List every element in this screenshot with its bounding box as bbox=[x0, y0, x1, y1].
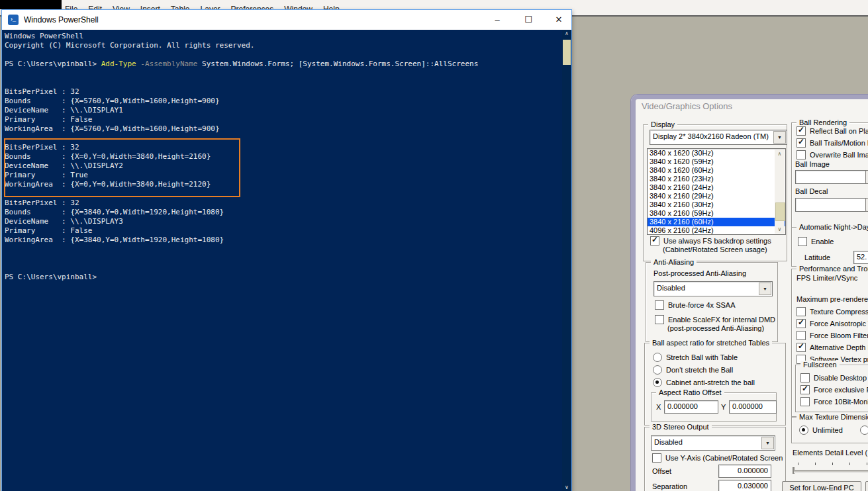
resolution-option[interactable]: 3840 x 2160 (59Hz) bbox=[648, 209, 785, 218]
maximize-button[interactable]: ☐ bbox=[514, 10, 543, 30]
checkbox[interactable] bbox=[796, 138, 806, 148]
checkbox-row: Disable Desktop Composition bbox=[800, 373, 868, 382]
checkbox-row: Ball Trails/Motion Blur bbox=[796, 138, 868, 148]
slider-tick bbox=[798, 463, 798, 465]
night-enable-label: Enable bbox=[811, 237, 834, 246]
checkbox[interactable] bbox=[796, 150, 806, 159]
ball-image-browse-button[interactable]: ... bbox=[865, 170, 868, 184]
resolution-option[interactable]: 3840 x 2160 (30Hz) bbox=[648, 201, 785, 209]
x-label: X bbox=[656, 403, 661, 411]
scroll-up-icon[interactable]: ∧ bbox=[562, 30, 571, 36]
scroll-down-icon[interactable]: ∨ bbox=[562, 484, 571, 490]
ball-image-input[interactable] bbox=[795, 170, 867, 184]
display-adapter-select[interactable]: Display 2* 3840x2160 Radeon (TM) ▼ bbox=[650, 130, 787, 145]
checkbox[interactable] bbox=[796, 343, 806, 352]
ssaa-checkbox[interactable] bbox=[655, 300, 664, 310]
console-line: DeviceName : \\.\DISPLAY3 bbox=[5, 217, 561, 226]
night-enable-checkbox[interactable] bbox=[798, 237, 807, 246]
checkbox[interactable] bbox=[796, 307, 806, 316]
resolution-option[interactable]: 3840 x 1620 (59Hz) bbox=[648, 157, 785, 166]
resolution-option[interactable]: 3840 x 2160 (60Hz) bbox=[648, 218, 785, 226]
powershell-window: ›_ Windows PowerShell – ☐ ✕ Windows Powe… bbox=[1, 9, 572, 491]
console-line bbox=[5, 78, 561, 87]
chevron-down-icon[interactable]: ▼ bbox=[773, 131, 786, 144]
radio-button[interactable] bbox=[653, 353, 662, 362]
chevron-down-icon[interactable]: ▼ bbox=[759, 283, 771, 295]
scrollbar-thumb[interactable] bbox=[775, 202, 785, 221]
radio-button[interactable] bbox=[653, 365, 662, 375]
resolution-option[interactable]: 4096 x 2160 (24Hz) bbox=[648, 226, 785, 235]
console-line: DeviceName : \\.\DISPLAY1 bbox=[5, 106, 561, 115]
scrollbar-thumb[interactable] bbox=[563, 40, 571, 65]
resolution-option[interactable]: 3840 x 2160 (29Hz) bbox=[648, 192, 785, 201]
ball-rendering-checks: Reflect Ball on PlayfieldBall Trails/Mot… bbox=[796, 126, 868, 162]
resolution-listbox[interactable]: 3840 x 1620 (30Hz)3840 x 1620 (59Hz)3840… bbox=[647, 148, 786, 235]
resolution-option[interactable]: 3840 x 2160 (24Hz) bbox=[648, 183, 785, 192]
console-line: Bounds : {X=5760,Y=0,Width=1600,Height=9… bbox=[5, 97, 561, 106]
prerendered-label: Maximum pre-rendered frames bbox=[796, 295, 868, 303]
console-line: Bounds : {X=3840,Y=0,Width=1920,Height=1… bbox=[5, 208, 561, 217]
ball-decal-browse-button[interactable]: ... bbox=[865, 198, 868, 212]
scroll-up-icon[interactable]: ∧ bbox=[775, 151, 785, 157]
checkbox-row: Force exclusive Fullscreen Mode bbox=[800, 385, 868, 394]
chevron-down-icon[interactable]: ▼ bbox=[761, 437, 774, 449]
resolution-option[interactable]: 3840 x 1620 (30Hz) bbox=[648, 149, 785, 157]
checkbox[interactable] bbox=[796, 319, 806, 328]
minimize-button[interactable]: – bbox=[483, 10, 512, 30]
resolution-option[interactable]: 3840 x 1620 (60Hz) bbox=[648, 166, 785, 175]
display-adapter-value: Display 2* 3840x2160 Radeon (TM) bbox=[653, 132, 769, 140]
checkbox[interactable] bbox=[800, 373, 810, 382]
close-button[interactable]: ✕ bbox=[544, 10, 573, 30]
checkbox[interactable] bbox=[796, 331, 806, 340]
powershell-titlebar[interactable]: ›_ Windows PowerShell – ☐ ✕ bbox=[2, 10, 571, 30]
aspect-x-input[interactable]: 0.000000 bbox=[664, 400, 718, 414]
scroll-down-icon[interactable]: ∨ bbox=[775, 226, 785, 232]
radio-button[interactable] bbox=[653, 378, 662, 387]
stereo-select[interactable]: Disabled ▼ bbox=[651, 435, 775, 451]
checkbox-label: Alternative Depth Buffer processing bbox=[810, 343, 868, 352]
checkbox-label: Force Anisotropic Texture Filtering bbox=[810, 319, 868, 328]
anti-aliasing-caption: Anti-Aliasing bbox=[651, 258, 697, 266]
scalefx-label: Enable ScaleFX for internal DMD bbox=[668, 315, 775, 324]
aspect-y-input[interactable]: 0.000000 bbox=[729, 400, 777, 414]
resolution-option[interactable]: 3840 x 2160 (23Hz) bbox=[648, 175, 785, 183]
low-end-defaults-button[interactable]: Set for Low-End PC bbox=[782, 481, 861, 491]
console-line bbox=[5, 50, 561, 60]
radio-row: Unlimited bbox=[799, 425, 843, 435]
post-aa-value: Disabled bbox=[657, 284, 685, 292]
scalefx-checkbox[interactable] bbox=[655, 315, 664, 324]
latitude-input[interactable]: 52. bbox=[853, 251, 868, 264]
checkbox[interactable] bbox=[800, 385, 810, 394]
max-texture-caption: Max Texture Dimensions bbox=[796, 413, 868, 421]
radio-button[interactable] bbox=[799, 425, 808, 435]
fs-backdrop-checkbox[interactable] bbox=[650, 236, 659, 246]
checkbox[interactable] bbox=[800, 397, 810, 406]
resolution-scrollbar[interactable]: ∧ ∨ bbox=[775, 150, 785, 234]
post-aa-label: Post-processed Anti-Aliasing bbox=[653, 269, 746, 277]
stereo-value: Disabled bbox=[654, 438, 683, 446]
slider-tick bbox=[867, 463, 867, 465]
console-line bbox=[5, 245, 561, 254]
dialog-title: Video/Graphics Options bbox=[642, 101, 732, 111]
radio-row: Don't stretch the Ball bbox=[653, 365, 755, 375]
console-line: WorkingArea : {X=3840,Y=0,Width=1920,Hei… bbox=[5, 236, 561, 245]
console-scrollbar[interactable]: ∧ ∨ bbox=[562, 30, 571, 491]
ball-decal-label: Ball Decal bbox=[795, 187, 828, 195]
radio-label: Don't stretch the Ball bbox=[666, 365, 733, 375]
checkbox-label: Force Bloom Filter off bbox=[810, 331, 868, 340]
high-end-defaults-button[interactable]: Set for High-End PC bbox=[865, 481, 868, 491]
console-area[interactable]: Windows PowerShellCopyright (C) Microsof… bbox=[2, 30, 571, 491]
slider-tick bbox=[815, 463, 816, 465]
separation-input[interactable]: 0.030000 bbox=[718, 480, 771, 491]
ssaa-row: Brute-force 4x SSAA bbox=[655, 300, 736, 310]
console-line: PS C:\Users\vpinball> Add-Type -Assembly… bbox=[5, 60, 561, 69]
radio-button[interactable] bbox=[860, 425, 868, 435]
detail-level-slider[interactable] bbox=[794, 470, 868, 473]
stereo-offset-input[interactable]: 0.000000 bbox=[718, 465, 771, 478]
yaxis-checkbox[interactable] bbox=[652, 453, 661, 463]
stereo-caption: 3D Stereo Output bbox=[650, 423, 712, 431]
post-aa-select[interactable]: Disabled ▼ bbox=[653, 281, 773, 296]
ball-decal-input[interactable] bbox=[795, 198, 867, 212]
checkbox[interactable] bbox=[796, 126, 806, 136]
console-line: PS C:\Users\vpinball> bbox=[5, 273, 561, 282]
